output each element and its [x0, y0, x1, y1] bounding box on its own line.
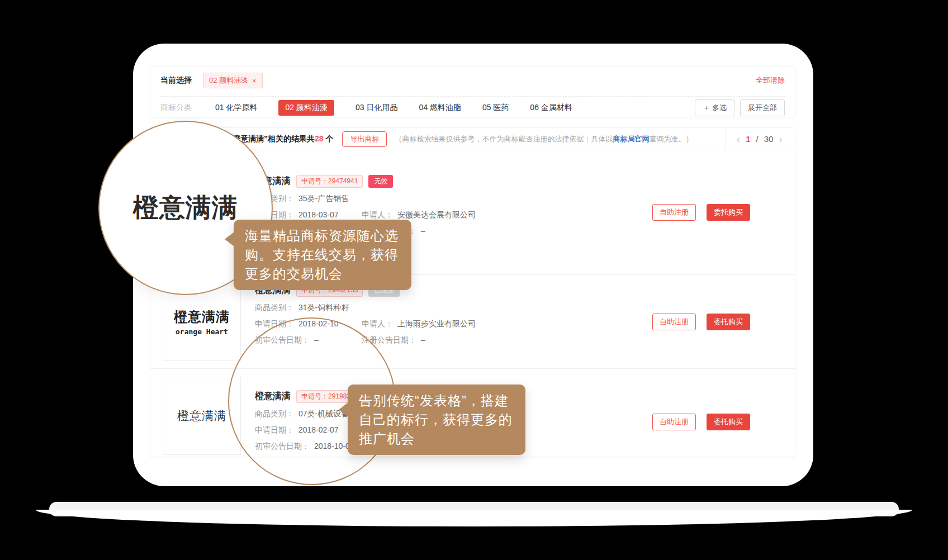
- tooltip-arrow-icon: [225, 232, 234, 246]
- category-tabs: 01 化学原料 02 颜料油漆 03 日化用品 04 燃料油脂 05 医药 06…: [215, 100, 572, 116]
- current-page: 1: [746, 134, 750, 144]
- chip-text: 02 颜料油漆: [209, 75, 248, 86]
- current-selection-label: 当前选择: [160, 75, 192, 86]
- mockup-base-curve: [36, 510, 912, 526]
- field-row: 商品类别：35类-广告销售: [255, 193, 476, 204]
- field-label: 申请人：: [362, 318, 393, 329]
- total-pages: 30: [764, 134, 774, 144]
- tooltip-promotion: 告别传统“发表格”，搭建自己的标行，获得更多的推广机会: [348, 385, 525, 455]
- field-label: 申请人：: [362, 209, 393, 220]
- tab-06-metal[interactable]: 06 金属材料: [530, 103, 572, 113]
- entrust-buy-button[interactable]: 委托购买: [707, 414, 750, 430]
- field-value: 35类-广告销售: [298, 193, 349, 204]
- category-actions: ＋ 多选 展开全部: [695, 99, 785, 116]
- disclaimer-text: （商标检索结果仅供参考，不作为商标能否注册的法律依据；具体以商标局官网查询为准。…: [395, 134, 693, 144]
- field-value: 31类-饲料种籽: [298, 302, 349, 313]
- disclaimer-pre: （商标检索结果仅供参考，不作为商标能否注册的法律依据；具体以: [395, 135, 613, 143]
- summary-suffix: 个: [324, 134, 334, 143]
- tooltip-text: 告别传统“发表格”，搭建自己的标行，获得更多的推广机会: [359, 393, 513, 446]
- field-value: 上海雨步实业有限公司: [397, 318, 476, 329]
- dashed-divider: [160, 96, 785, 97]
- tab-05-medicine[interactable]: 05 医药: [482, 103, 509, 113]
- tooltip-text: 海量精品商标资源随心选购。支持在线交易，获得更多的交易机会: [245, 228, 399, 281]
- pagination: ‹ 1 / 30 ›: [726, 128, 795, 150]
- application-number-badge: 申请号：29474941: [296, 175, 363, 188]
- tab-03-daily-chemical[interactable]: 03 日化用品: [356, 103, 397, 113]
- trademark-title-line: 橙意满满 申请号：29474941 无效: [255, 175, 476, 188]
- field-value: 安徽美达会展有限公司: [397, 209, 476, 220]
- clear-all-link[interactable]: 全部清除: [756, 75, 785, 86]
- field-label: 商品类别：: [255, 302, 294, 313]
- row-actions: 自助注册 委托购买: [652, 314, 750, 330]
- field-value: –: [421, 334, 425, 345]
- disclaimer-post: 查询为准。）: [649, 135, 693, 143]
- row-actions: 自助注册 委托购买: [652, 414, 750, 430]
- field-value: 2018-03-07: [298, 209, 339, 220]
- category-row: 商标分类 01 化学原料 02 颜料油漆 03 日化用品 04 燃料油脂 05 …: [160, 99, 785, 117]
- self-register-button[interactable]: 自助注册: [652, 204, 696, 221]
- tab-04-fuel[interactable]: 04 燃料油脂: [419, 103, 461, 113]
- tab-01-chemical[interactable]: 01 化学原料: [215, 103, 257, 113]
- page-separator: /: [756, 134, 758, 144]
- export-trademark-button[interactable]: 导出商标: [342, 131, 387, 147]
- entrust-buy-button[interactable]: 委托购买: [707, 204, 750, 221]
- self-register-button[interactable]: 自助注册: [652, 414, 696, 430]
- prev-page-icon[interactable]: ‹: [736, 134, 740, 145]
- field-value: –: [421, 225, 425, 236]
- next-page-icon[interactable]: ›: [779, 134, 783, 145]
- self-register-button[interactable]: 自助注册: [652, 314, 696, 330]
- entrust-buy-button[interactable]: 委托购买: [707, 314, 750, 330]
- screenshot-stage: 当前选择 02 颜料油漆 × 全部清除 商标分类 01 化学原料 02 颜料油漆…: [0, 0, 948, 560]
- filter-card: 当前选择 02 颜料油漆 × 全部清除 商标分类 01 化学原料 02 颜料油漆…: [150, 66, 795, 117]
- tooltip-marketplace: 海量精品商标资源随心选购。支持在线交易，获得更多的交易机会: [234, 220, 411, 290]
- expand-all-button[interactable]: 展开全部: [740, 99, 785, 116]
- chip-close-icon[interactable]: ×: [252, 77, 257, 84]
- row-actions: 自助注册 委托购买: [652, 204, 750, 221]
- selected-filter-chip[interactable]: 02 颜料油漆 ×: [203, 73, 263, 88]
- current-selection-row: 当前选择 02 颜料油漆 × 全部清除: [160, 71, 785, 90]
- thumbnail-text: 橙意满满: [174, 308, 230, 326]
- tooltip-arrow-icon: [339, 402, 348, 417]
- trademark-office-link[interactable]: 商标局官网: [613, 135, 649, 143]
- status-badge: 无效: [368, 175, 393, 188]
- thumbnail-text: 橙意满满: [177, 408, 226, 424]
- field-row: 申请日期：2018-03-07 申请人：安徽美达会展有限公司: [255, 209, 476, 220]
- summary-count: 28: [315, 134, 324, 143]
- category-label: 商标分类: [160, 103, 192, 113]
- tab-02-pigment-active[interactable]: 02 颜料油漆: [278, 100, 334, 116]
- thumbnail-subtext: orange Heart: [176, 328, 228, 336]
- trademark-thumbnail: 橙意满满 orange Heart: [163, 283, 241, 361]
- field-row: 商品类别：31类-饲料种籽: [255, 302, 476, 313]
- multi-select-button[interactable]: ＋ 多选: [695, 99, 734, 116]
- magnified-trademark-text: 橙意满满: [133, 191, 238, 225]
